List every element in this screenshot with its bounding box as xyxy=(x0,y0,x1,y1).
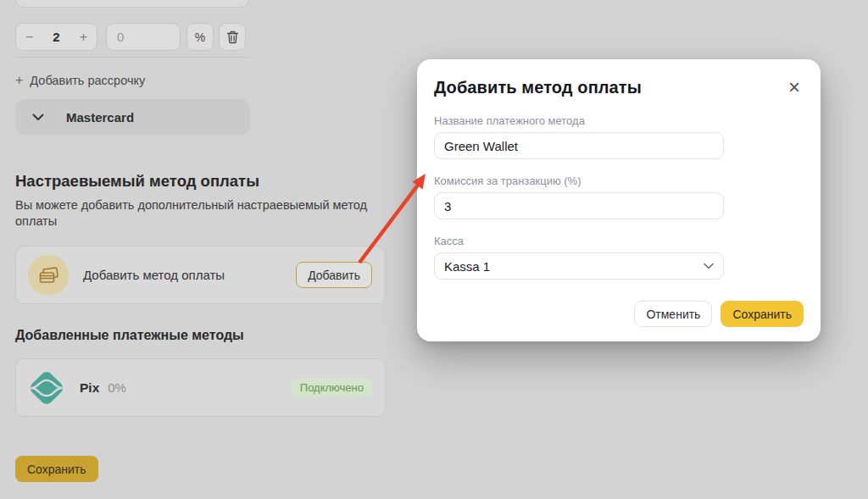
cancel-button[interactable]: Отменить xyxy=(634,301,712,327)
custom-method-title: Настраевыемый метод оплаты xyxy=(15,172,259,191)
card-type-value: Mastercard xyxy=(66,110,134,125)
add-method-card: Добавить метод оплаты Добавить xyxy=(15,246,386,304)
payment-cards-icon-circle xyxy=(28,255,69,296)
stepper-decrement-button[interactable]: − xyxy=(25,30,33,45)
stepper-increment-button[interactable]: + xyxy=(80,30,87,45)
add-method-row-label: Добавить метод оплаты xyxy=(83,268,225,282)
page-save-button[interactable]: Сохранить xyxy=(15,456,98,482)
add-method-button[interactable]: Добавить xyxy=(296,262,372,288)
kassa-selected-value: Kassa 1 xyxy=(444,259,490,274)
method-name: Pix xyxy=(80,380,99,396)
name-field-label: Название платежного метода xyxy=(434,114,804,127)
modal-title: Добавить метод оплаты xyxy=(434,78,642,97)
kassa-select[interactable]: Kassa 1 xyxy=(434,252,724,280)
section-divider xyxy=(15,57,249,58)
truncated-card-edge xyxy=(15,0,249,8)
modal-header: Добавить метод оплаты × xyxy=(434,78,804,97)
trash-icon xyxy=(226,30,239,44)
quantity-stepper[interactable]: − 2 + xyxy=(15,23,97,51)
close-icon[interactable]: × xyxy=(788,80,800,95)
credit-cards-icon xyxy=(37,265,59,286)
add-installment-label: Добавить рассрочку xyxy=(30,74,145,87)
added-methods-title: Добавленные платежные методы xyxy=(15,328,244,343)
status-badge: Подключено xyxy=(292,379,372,397)
add-installment-link[interactable]: + Добавить рассрочку xyxy=(15,73,145,88)
transaction-fee-input[interactable] xyxy=(434,192,724,219)
plus-icon: + xyxy=(15,73,23,88)
settings-page: − 2 + % + Добавить рассрочку Mastercard … xyxy=(0,0,868,499)
delete-installment-button[interactable] xyxy=(219,23,246,51)
installment-controls-row: − 2 + % xyxy=(15,23,246,51)
fee-field-label: Комиссия за транзакцию (%) xyxy=(434,175,804,187)
modal-footer: Отменить Сохранить xyxy=(434,301,804,327)
chevron-down-icon xyxy=(704,263,714,269)
custom-method-description: Вы можете добавить дополнительный настра… xyxy=(15,197,371,230)
card-type-select[interactable]: Mastercard xyxy=(15,99,250,135)
method-name-input[interactable] xyxy=(434,132,724,159)
kassa-field-label: Касса xyxy=(434,235,804,247)
method-fee: 0% xyxy=(108,380,126,395)
payment-method-row: Pix 0% Подключено xyxy=(15,358,386,417)
installment-amount-input[interactable] xyxy=(106,23,181,51)
stepper-value: 2 xyxy=(53,30,59,44)
percent-toggle-button[interactable]: % xyxy=(186,23,214,51)
modal-save-button[interactable]: Сохранить xyxy=(721,301,804,327)
chevron-down-icon xyxy=(32,114,44,121)
add-payment-method-modal: Добавить метод оплаты × Название платежн… xyxy=(417,59,821,341)
pix-logo-icon xyxy=(28,369,65,407)
